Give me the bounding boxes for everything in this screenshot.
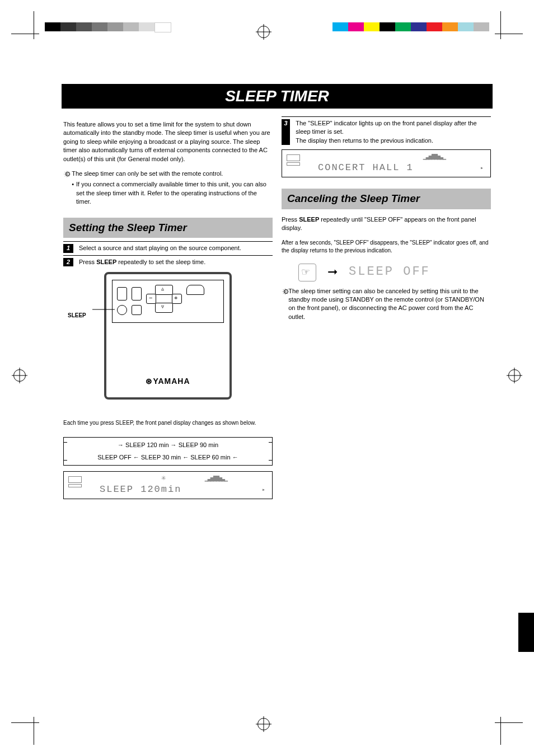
press-icon [298,264,316,281]
remote-minus-button: − [146,294,156,304]
bullet-dot: • [72,180,74,206]
cropmark-bl [11,717,39,745]
bullet-text: If you connect a commercially available … [76,180,273,206]
sleep-cycle-diagram: → SLEEP 120 min → SLEEP 90 min SLEEP OFF… [63,437,273,466]
page-title: SLEEP TIMER [62,84,493,109]
cropmark-br [495,717,523,745]
arrow-icon: ➞ [327,264,338,281]
sleep-off-display: SLEEP OFF [349,264,430,281]
step-2-number: 2 [63,258,73,266]
step-3-text-a: The "SLEEP" indicator lights up on the f… [296,119,491,137]
left-column: This feature allows you to set a time li… [59,114,277,504]
remote-down-button: ▿ [155,303,173,313]
colorbar-grayscale [45,22,171,31]
callout-line [92,305,115,316]
divider [63,241,273,242]
step-1-text: Select a source and start playing on the… [79,244,241,252]
note-text: The sleep timer can only be set with the… [72,170,273,178]
remote-btn-1 [117,287,127,300]
remote-illustration: ▵ ▿ − + ⊛YAMAHA [104,272,232,400]
remote-btn-4 [132,305,142,315]
step-2-text: Press SLEEP repeatedly to set the sleep … [79,258,205,266]
hint-icon [63,170,68,180]
side-tab [518,613,534,652]
right-column: 3 The "SLEEP" indicator lights up on the… [277,114,495,504]
colorbar-color [332,22,489,31]
registration-mark-bottom [257,718,270,730]
registration-mark-left [13,369,26,382]
hint-icon [282,287,285,297]
registration-mark-top [257,26,270,38]
remote-up-button: ▵ [155,285,173,295]
lcd-concert-hall: ▁▃▅▇▇▅▃▁ CONCERT HALL 1 ▸ [282,149,491,177]
registration-mark-right [508,369,521,382]
lcd-sleep-120: ▁▃▅▇▇▅▃▁ ✳ SLEEP 120min ▸ [63,471,273,499]
sleep-button-ref: SLEEP [299,216,319,223]
step-1-number: 1 [63,244,73,252]
cancel-note: After a few seconds, "SLEEP OFF" disappe… [282,239,491,255]
page-content: SLEEP TIMER This feature allows you to s… [59,56,495,504]
section-setting-sleep-timer: Setting the Sleep Timer [63,218,273,238]
sleep-callout-label: SLEEP [68,312,86,318]
sleep-button-ref: SLEEP [96,259,116,265]
flow-description: Each time you press SLEEP, the front pan… [63,419,273,427]
cancel-instruction: Press SLEEP repeatedly until "SLEEP OFF"… [282,215,491,233]
remote-panel: ▵ ▿ − + [112,280,224,323]
step-3-text-b: The display then returns to the previous… [296,137,491,145]
divider [63,255,273,256]
remote-sleep-button [117,305,127,315]
remote-plus-button: + [172,294,182,304]
step-3-number: 3 [282,119,290,145]
cropmark-tl [11,11,39,39]
cropmark-tr [495,11,523,39]
intro-text: This feature allows you to set a time li… [63,120,273,163]
remote-btn-top-right [186,285,204,295]
tip-text: The sleep timer setting can also be canc… [288,287,491,322]
section-canceling-sleep-timer: Canceling the Sleep Timer [282,189,491,209]
remote-btn-2 [132,287,142,300]
remote-brand: ⊛YAMAHA [106,376,229,387]
divider [282,116,491,117]
